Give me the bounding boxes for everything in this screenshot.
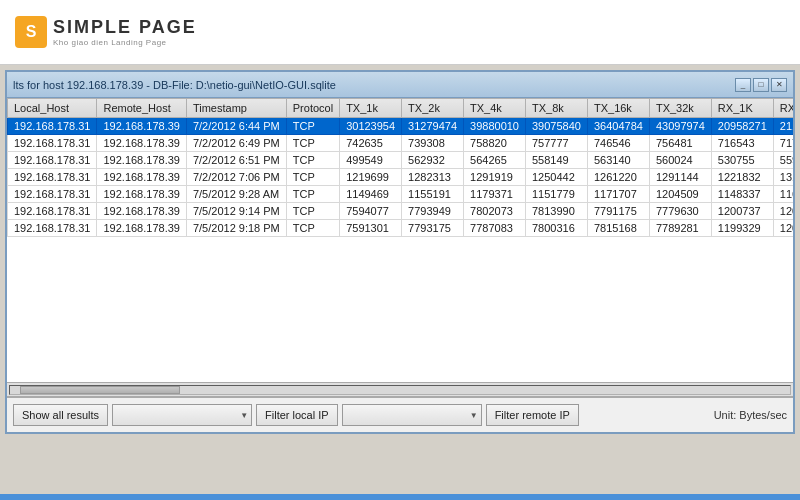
column-header-local-host[interactable]: Local_Host	[8, 99, 97, 118]
cell-r1-c7: 757777	[526, 135, 588, 152]
table-row[interactable]: 192.168.178.31192.168.178.397/2/2012 6:4…	[8, 135, 794, 152]
cell-r6-c3: TCP	[286, 220, 339, 237]
main-window: lts for host 192.168.178.39 - DB-File: D…	[5, 70, 795, 434]
cell-r3-c8: 1261220	[587, 169, 649, 186]
cell-r2-c5: 562932	[402, 152, 464, 169]
scrollbar-track[interactable]	[9, 385, 791, 395]
logo-title-rest: IMPLE PAGE	[67, 17, 197, 37]
horizontal-scrollbar[interactable]	[7, 383, 793, 397]
cell-r1-c11: 7179200	[773, 135, 793, 152]
show-all-results-button[interactable]: Show all results	[13, 404, 108, 426]
cell-r5-c3: TCP	[286, 203, 339, 220]
cell-r3-c1: 192.168.178.39	[97, 169, 186, 186]
restore-button[interactable]: □	[753, 78, 769, 92]
remote-ip-dropdown-wrapper: ▼	[342, 404, 482, 426]
table-row[interactable]: 192.168.178.31192.168.178.397/2/2012 6:4…	[8, 118, 794, 135]
table-row[interactable]: 192.168.178.31192.168.178.397/5/2012 9:1…	[8, 203, 794, 220]
cell-r3-c9: 1291144	[649, 169, 711, 186]
cell-r1-c9: 756481	[649, 135, 711, 152]
cell-r0-c1: 192.168.178.39	[97, 118, 186, 135]
table-row[interactable]: 192.168.178.31192.168.178.397/2/2012 7:0…	[8, 169, 794, 186]
minimize-button[interactable]: _	[735, 78, 751, 92]
cell-r5-c4: 7594077	[340, 203, 402, 220]
cell-r2-c3: TCP	[286, 152, 339, 169]
cell-r5-c0: 192.168.178.31	[8, 203, 97, 220]
cell-r4-c8: 1171707	[587, 186, 649, 203]
column-header-tx-32k[interactable]: TX_32k	[649, 99, 711, 118]
cell-r4-c6: 1179371	[464, 186, 526, 203]
cell-r3-c5: 1282313	[402, 169, 464, 186]
cell-r0-c0: 192.168.178.31	[8, 118, 97, 135]
cell-r0-c5: 31279474	[402, 118, 464, 135]
cell-r2-c0: 192.168.178.31	[8, 152, 97, 169]
cell-r2-c9: 560024	[649, 152, 711, 169]
logo-title: SIMPLE PAGE	[53, 17, 197, 38]
close-button[interactable]: ✕	[771, 78, 787, 92]
logo-icon: S	[15, 16, 47, 48]
cell-r3-c0: 192.168.178.31	[8, 169, 97, 186]
logo-subtitle: Kho giao dien Landing Page	[53, 38, 197, 47]
remote-ip-dropdown[interactable]	[342, 404, 482, 426]
cell-r5-c11: 120501	[773, 203, 793, 220]
filter-local-ip-button[interactable]: Filter local IP	[256, 404, 338, 426]
window-controls: _ □ ✕	[735, 78, 787, 92]
cell-r6-c4: 7591301	[340, 220, 402, 237]
top-bar: S SIMPLE PAGE Kho giao dien Landing Page	[0, 0, 800, 65]
cell-r6-c10: 1199329	[711, 220, 773, 237]
cell-r1-c1: 192.168.178.39	[97, 135, 186, 152]
table-row[interactable]: 192.168.178.31192.168.178.397/5/2012 9:2…	[8, 186, 794, 203]
cell-r4-c2: 7/5/2012 9:28 AM	[186, 186, 286, 203]
cell-r0-c7: 39075840	[526, 118, 588, 135]
cell-r0-c11: 2117797	[773, 118, 793, 135]
cell-r2-c10: 530755	[711, 152, 773, 169]
table-container[interactable]: Local_HostRemote_HostTimestampProtocolTX…	[7, 98, 793, 383]
cell-r3-c10: 1221832	[711, 169, 773, 186]
column-header-tx-1k[interactable]: TX_1k	[340, 99, 402, 118]
cell-r2-c4: 499549	[340, 152, 402, 169]
cell-r5-c10: 1200737	[711, 203, 773, 220]
cell-r6-c0: 192.168.178.31	[8, 220, 97, 237]
logo-text-block: SIMPLE PAGE Kho giao dien Landing Page	[53, 17, 197, 47]
cell-r0-c8: 36404784	[587, 118, 649, 135]
cell-r3-c3: TCP	[286, 169, 339, 186]
unit-label: Unit: Bytes/sec	[714, 409, 787, 421]
column-header-protocol[interactable]: Protocol	[286, 99, 339, 118]
cell-r2-c1: 192.168.178.39	[97, 152, 186, 169]
cell-r3-c6: 1291919	[464, 169, 526, 186]
cell-r1-c0: 192.168.178.31	[8, 135, 97, 152]
cell-r1-c10: 716543	[711, 135, 773, 152]
blue-line	[0, 494, 800, 500]
local-ip-dropdown[interactable]	[112, 404, 252, 426]
cell-r4-c1: 192.168.178.39	[97, 186, 186, 203]
cell-r4-c5: 1155191	[402, 186, 464, 203]
cell-r1-c6: 758820	[464, 135, 526, 152]
cell-r2-c2: 7/2/2012 6:51 PM	[186, 152, 286, 169]
table-body: 192.168.178.31192.168.178.397/2/2012 6:4…	[8, 118, 794, 237]
column-header-rx-2k[interactable]: RX_2k	[773, 99, 793, 118]
local-ip-dropdown-wrapper: ▼	[112, 404, 252, 426]
logo: S SIMPLE PAGE Kho giao dien Landing Page	[15, 16, 197, 48]
table-header-row: Local_HostRemote_HostTimestampProtocolTX…	[8, 99, 794, 118]
cell-r5-c5: 7793949	[402, 203, 464, 220]
cell-r5-c9: 7779630	[649, 203, 711, 220]
cell-r1-c4: 742635	[340, 135, 402, 152]
column-header-timestamp[interactable]: Timestamp	[186, 99, 286, 118]
column-header-tx-4k[interactable]: TX_4k	[464, 99, 526, 118]
table-row[interactable]: 192.168.178.31192.168.178.397/5/2012 9:1…	[8, 220, 794, 237]
column-header-rx-1k[interactable]: RX_1K	[711, 99, 773, 118]
cell-r6-c2: 7/5/2012 9:18 PM	[186, 220, 286, 237]
column-header-remote-host[interactable]: Remote_Host	[97, 99, 186, 118]
cell-r4-c4: 1149469	[340, 186, 402, 203]
cell-r4-c11: 1169320	[773, 186, 793, 203]
table-row[interactable]: 192.168.178.31192.168.178.397/2/2012 6:5…	[8, 152, 794, 169]
cell-r5-c8: 7791175	[587, 203, 649, 220]
filter-remote-ip-button[interactable]: Filter remote IP	[486, 404, 579, 426]
cell-r5-c7: 7813990	[526, 203, 588, 220]
cell-r0-c3: TCP	[286, 118, 339, 135]
column-header-tx-2k[interactable]: TX_2k	[402, 99, 464, 118]
column-header-tx-8k[interactable]: TX_8k	[526, 99, 588, 118]
cell-r2-c7: 558149	[526, 152, 588, 169]
column-header-tx-16k[interactable]: TX_16k	[587, 99, 649, 118]
cell-r6-c9: 7789281	[649, 220, 711, 237]
scrollbar-thumb[interactable]	[20, 386, 180, 394]
